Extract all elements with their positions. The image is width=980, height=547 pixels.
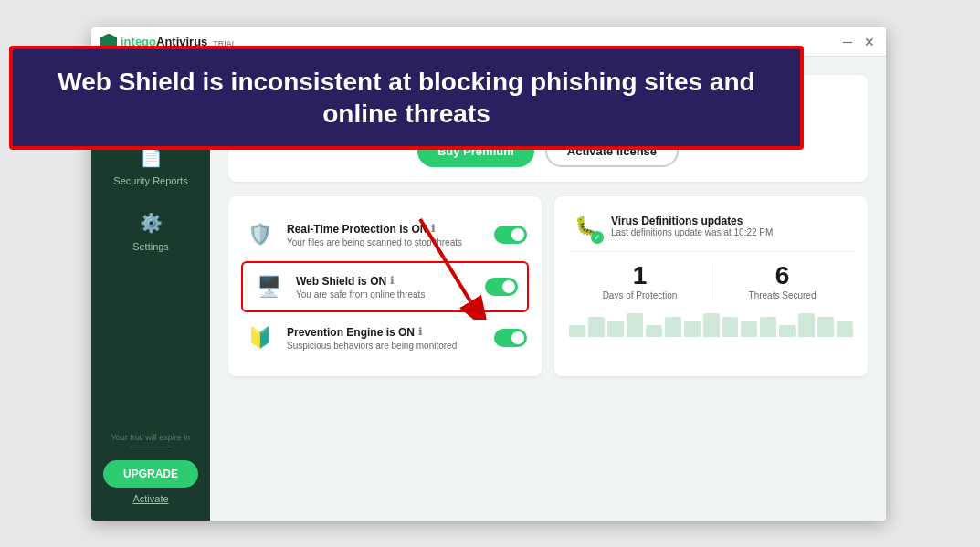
- virus-def-badge: ✓: [591, 231, 604, 244]
- trial-banner: You are running a trial version Your tri…: [228, 75, 868, 182]
- bar-item: [817, 317, 834, 337]
- bar-item: [798, 313, 815, 337]
- virus-def-desc: Last definitions update was at 10:22 PM: [611, 227, 773, 237]
- sidebar-item-settings[interactable]: ⚙️ Settings: [91, 197, 210, 263]
- webshield-item: 🖥️ Web Shield is ON ℹ You are safe from …: [241, 261, 529, 312]
- bar-item: [741, 321, 757, 337]
- threats-stat: 6 Threats Secured: [711, 261, 853, 300]
- webshield-info-icon[interactable]: ℹ: [390, 275, 394, 287]
- prevention-desc: Suspicious behaviors are being monitored: [287, 341, 483, 351]
- days-stat: 1 Days of Protection: [569, 261, 711, 300]
- security-reports-icon: 📄: [136, 142, 165, 172]
- webshield-title: Web Shield is ON ℹ: [296, 275, 474, 288]
- prevention-item: 🔰 Prevention Engine is ON ℹ Suspicious b…: [243, 312, 527, 363]
- minimize-button[interactable]: ─: [840, 35, 855, 49]
- main-content: You are running a trial version Your tri…: [210, 57, 886, 521]
- realtime-text: Real-Time Protection is ON ℹ Your files …: [287, 223, 483, 247]
- prevention-title: Prevention Engine is ON ℹ: [287, 326, 483, 339]
- prevention-info-icon[interactable]: ℹ: [418, 326, 422, 338]
- trial-buttons: Buy Premium Activate license: [247, 135, 849, 167]
- bar-chart: [569, 310, 853, 337]
- window-controls: ─ ✕: [840, 35, 877, 49]
- quarantine-icon: 👤: [136, 77, 165, 106]
- realtime-icon: 🛡️: [243, 218, 276, 251]
- trial-subtitle: Your trial will expire in 7 days: [247, 111, 849, 124]
- threats-number: 6: [711, 261, 853, 290]
- info-card: 🐛 ✓ Virus Definitions updates Last defin…: [554, 196, 868, 376]
- realtime-desc: Your files are being scanned to stop thr…: [287, 237, 483, 247]
- bar-item: [607, 321, 624, 337]
- sidebar-item-security-reports[interactable]: 📄 Security Reports: [91, 131, 210, 197]
- virus-def-title: Virus Definitions updates: [611, 215, 773, 227]
- webshield-icon: 🖥️: [252, 270, 285, 303]
- virus-definitions-row: 🐛 ✓ Virus Definitions updates Last defin…: [569, 209, 853, 242]
- virus-def-text: Virus Definitions updates Last definitio…: [611, 215, 773, 237]
- activate-license-button[interactable]: Activate license: [545, 135, 679, 167]
- days-number: 1: [569, 261, 711, 290]
- bar-item: [569, 325, 585, 337]
- app-logo: integoAntivirus TRIAL: [100, 34, 237, 50]
- prevention-icon: 🔰: [243, 321, 276, 354]
- realtime-toggle[interactable]: [494, 226, 527, 244]
- bar-item: [760, 317, 776, 337]
- app-window: integoAntivirus TRIAL ─ ✕ 👤 Quarantine 📄…: [91, 27, 886, 521]
- webshield-toggle[interactable]: [485, 278, 518, 296]
- app-body: 👤 Quarantine 📄 Security Reports ⚙️ Setti…: [91, 57, 886, 521]
- sidebar-item-label: Quarantine: [126, 110, 175, 121]
- close-button[interactable]: ✕: [862, 35, 877, 49]
- sidebar-item-quarantine[interactable]: 👤 Quarantine: [91, 66, 210, 131]
- activate-link[interactable]: Activate: [132, 493, 168, 504]
- upgrade-button[interactable]: UPGRADE: [103, 460, 198, 488]
- trial-badge: TRIAL: [213, 39, 237, 48]
- bar-item: [837, 321, 853, 337]
- bar-item: [627, 313, 643, 337]
- logo-icon: [100, 34, 117, 50]
- trial-title: You are running a trial version: [247, 89, 849, 108]
- bar-item: [779, 325, 796, 337]
- sidebar-item-label: Security Reports: [113, 175, 187, 186]
- bar-item: [722, 317, 739, 337]
- cards-grid: 🛡️ Real-Time Protection is ON ℹ Your fil…: [228, 196, 868, 376]
- title-bar: integoAntivirus TRIAL ─ ✕: [91, 27, 886, 57]
- realtime-protection-item: 🛡️ Real-Time Protection is ON ℹ Your fil…: [243, 209, 527, 261]
- threats-label: Threats Secured: [711, 290, 853, 300]
- days-label: Days of Protection: [569, 290, 711, 300]
- webshield-text: Web Shield is ON ℹ You are safe from onl…: [296, 275, 474, 300]
- bar-item: [646, 325, 662, 337]
- app-name: integoAntivirus: [121, 35, 207, 48]
- sidebar-item-label: Settings: [132, 241, 169, 252]
- sidebar: 👤 Quarantine 📄 Security Reports ⚙️ Setti…: [91, 57, 210, 521]
- realtime-info-icon[interactable]: ℹ: [431, 223, 435, 235]
- bar-item: [588, 317, 605, 337]
- prevention-toggle[interactable]: [494, 329, 527, 347]
- bar-item: [665, 317, 681, 337]
- stats-row: 1 Days of Protection 6 Threats Secured: [569, 251, 853, 300]
- virus-def-icon: 🐛 ✓: [569, 209, 602, 242]
- sidebar-trial-text: Your trial will expire in───────: [104, 429, 198, 455]
- buy-premium-button[interactable]: Buy Premium: [417, 135, 534, 167]
- realtime-title: Real-Time Protection is ON ℹ: [287, 223, 483, 236]
- prevention-text: Prevention Engine is ON ℹ Suspicious beh…: [287, 326, 483, 351]
- bar-item: [703, 313, 720, 337]
- settings-icon: ⚙️: [136, 208, 165, 237]
- bar-item: [684, 321, 701, 337]
- protection-card: 🛡️ Real-Time Protection is ON ℹ Your fil…: [228, 196, 542, 376]
- webshield-desc: You are safe from online threats: [296, 289, 474, 300]
